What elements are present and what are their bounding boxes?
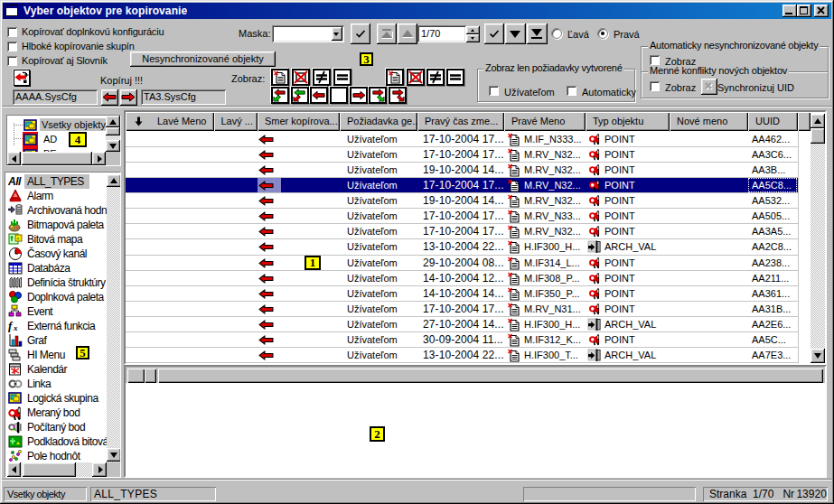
- svg-text:x: x: [13, 323, 18, 332]
- svg-text:All: All: [8, 175, 22, 188]
